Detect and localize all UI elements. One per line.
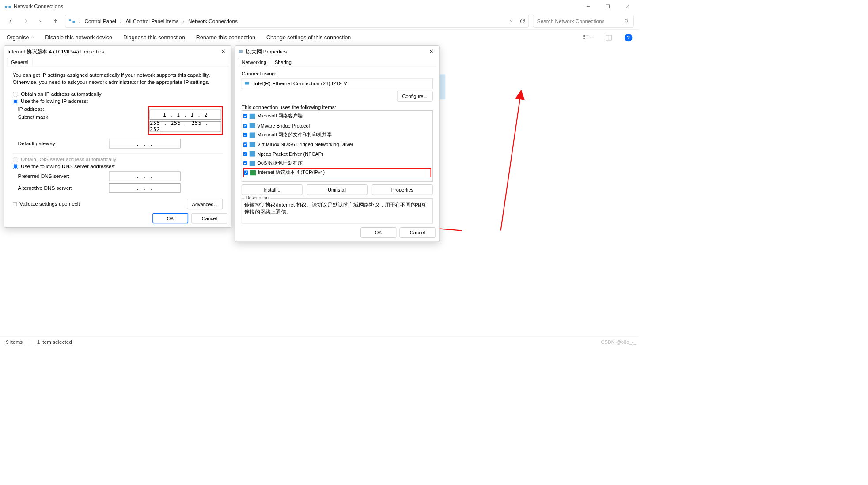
list-item[interactable]: QoS 数据包计划程序 xyxy=(243,158,431,168)
recent-locations-button[interactable] xyxy=(35,15,46,26)
install-button[interactable]: Install... xyxy=(242,184,302,195)
uninstall-button[interactable]: Uninstall xyxy=(307,184,368,195)
svg-rect-2 xyxy=(606,5,609,8)
dns1-input[interactable]: . . . xyxy=(109,172,181,181)
organise-menu[interactable]: Organise xyxy=(7,34,34,41)
app-icon xyxy=(4,3,11,10)
adapter-name: Intel(R) Ethernet Connection (23) I219-V xyxy=(254,81,347,86)
back-button[interactable] xyxy=(5,15,16,26)
subnet-mask-input[interactable]: 255 . 255 . 255 . 252 xyxy=(150,121,221,131)
close-icon[interactable]: ✕ xyxy=(219,48,228,55)
list-item[interactable]: Npcap Packet Driver (NPCAP) xyxy=(243,149,431,158)
address-bar: › Control Panel › All Control Panel Item… xyxy=(0,13,639,29)
gateway-label: Default gateway: xyxy=(18,141,109,147)
ip-address-input[interactable]: 1 . 1 . 1 . 2 xyxy=(150,110,221,120)
svg-rect-0 xyxy=(5,6,7,8)
radio-label: Use the following IP address: xyxy=(21,98,88,104)
dialog-title: Internet 协议版本 4 (TCP/IPv4) Properties xyxy=(8,48,104,55)
component-icon xyxy=(250,170,256,175)
chevron-right-icon: › xyxy=(79,18,81,24)
dns2-label: Alternative DNS server: xyxy=(18,185,109,191)
item-label: Microsoft 网络客户端 xyxy=(257,113,303,119)
component-icon xyxy=(250,132,255,138)
list-item[interactable]: VMware Bridge Protocol xyxy=(243,121,431,130)
chevron-right-icon: › xyxy=(120,18,122,24)
selection-count: 1 item selected xyxy=(37,339,72,345)
change-settings-button[interactable]: Change settings of this connection xyxy=(266,34,351,41)
validate-checkbox[interactable] xyxy=(13,202,17,207)
item-checkbox[interactable] xyxy=(244,170,248,175)
breadcrumb-item[interactable]: Control Panel xyxy=(85,18,116,24)
diagnose-connection-button[interactable]: Diagnose this connection xyxy=(123,34,185,41)
list-item[interactable]: VirtualBox NDIS6 Bridged Networking Driv… xyxy=(243,139,431,149)
radio-use-following[interactable] xyxy=(13,99,19,105)
svg-rect-23 xyxy=(250,151,255,157)
advanced-button[interactable]: Advanced... xyxy=(187,199,223,210)
status-bar: 9 items | 1 item selected xyxy=(0,336,639,347)
rename-connection-button[interactable]: Rename this connection xyxy=(196,34,255,41)
tab-general[interactable]: General xyxy=(7,58,32,66)
connect-using-label: Connect using: xyxy=(242,71,433,76)
radio-dns-manual[interactable] xyxy=(13,164,19,169)
item-checkbox[interactable] xyxy=(243,114,248,118)
dns2-input[interactable]: . . . xyxy=(109,183,181,193)
item-label: VirtualBox NDIS6 Bridged Networking Driv… xyxy=(257,142,353,147)
refresh-icon[interactable] xyxy=(519,18,525,24)
forward-button[interactable] xyxy=(20,15,31,26)
list-item[interactable]: Microsoft 网络客户端 xyxy=(243,111,431,120)
configure-button[interactable]: Configure... xyxy=(397,91,433,102)
description-text: You can get IP settings assigned automat… xyxy=(13,71,223,86)
item-label: QoS 数据包计划程序 xyxy=(257,160,302,166)
close-button[interactable] xyxy=(618,0,637,13)
gateway-input[interactable]: . . . xyxy=(109,139,181,148)
svg-rect-19 xyxy=(250,113,255,119)
ok-button[interactable]: OK xyxy=(152,213,188,224)
close-icon[interactable]: ✕ xyxy=(427,48,436,55)
tab-sharing[interactable]: Sharing xyxy=(270,58,296,66)
breadcrumb-item[interactable]: Network Connections xyxy=(188,18,238,24)
item-checkbox[interactable] xyxy=(243,161,248,165)
mask-label: Subnet mask: xyxy=(18,114,109,120)
maximize-button[interactable] xyxy=(598,0,618,13)
view-options-button[interactable] xyxy=(583,33,593,42)
description-legend: Description xyxy=(244,195,269,200)
validate-label: Validate settings upon exit xyxy=(19,201,80,207)
up-button[interactable] xyxy=(50,15,61,26)
radio-obtain-auto[interactable] xyxy=(13,91,19,97)
breadcrumb-item[interactable]: All Control Panel Items xyxy=(126,18,179,24)
preview-pane-button[interactable] xyxy=(604,33,614,42)
item-label: VMware Bridge Protocol xyxy=(257,123,310,128)
ok-button[interactable]: OK xyxy=(360,227,396,238)
search-box[interactable] xyxy=(533,15,633,27)
item-checkbox[interactable] xyxy=(243,152,248,156)
radio-label: Use the following DNS server addresses: xyxy=(21,164,116,169)
properties-button[interactable]: Properties xyxy=(372,184,432,195)
item-label: Internet 协议版本 4 (TCP/IPv4) xyxy=(258,169,325,176)
controlpanel-icon xyxy=(68,19,75,24)
cancel-button[interactable]: Cancel xyxy=(400,227,436,238)
radio-dns-auto xyxy=(13,157,19,162)
svg-rect-21 xyxy=(250,132,255,138)
search-icon xyxy=(624,19,629,24)
breadcrumb[interactable]: › Control Panel › All Control Panel Item… xyxy=(65,15,529,27)
svg-rect-1 xyxy=(9,6,11,8)
svg-rect-18 xyxy=(245,82,249,84)
item-checkbox[interactable] xyxy=(243,133,248,137)
component-icon xyxy=(250,123,255,128)
item-checkbox[interactable] xyxy=(243,142,248,147)
search-input[interactable] xyxy=(537,18,624,24)
chevron-down-icon[interactable] xyxy=(508,18,514,24)
window-title: Network Connections xyxy=(14,4,578,9)
disable-device-button[interactable]: Disable this network device xyxy=(45,34,112,41)
tab-networking[interactable]: Networking xyxy=(238,58,270,66)
chevron-down-icon xyxy=(590,36,593,39)
list-item-ipv4[interactable]: Internet 协议版本 4 (TCP/IPv4) xyxy=(243,168,431,177)
component-icon xyxy=(250,113,255,119)
cancel-button[interactable]: Cancel xyxy=(192,213,227,224)
network-items-list[interactable]: Microsoft 网络客户端 VMware Bridge Protocol M… xyxy=(242,110,433,182)
help-button[interactable]: ? xyxy=(625,34,633,41)
minimize-button[interactable] xyxy=(578,0,598,13)
item-checkbox[interactable] xyxy=(243,124,248,128)
watermark: CSDN @o0o_-_ xyxy=(601,339,636,345)
list-item[interactable]: Microsoft 网络的文件和打印机共享 xyxy=(243,130,431,139)
